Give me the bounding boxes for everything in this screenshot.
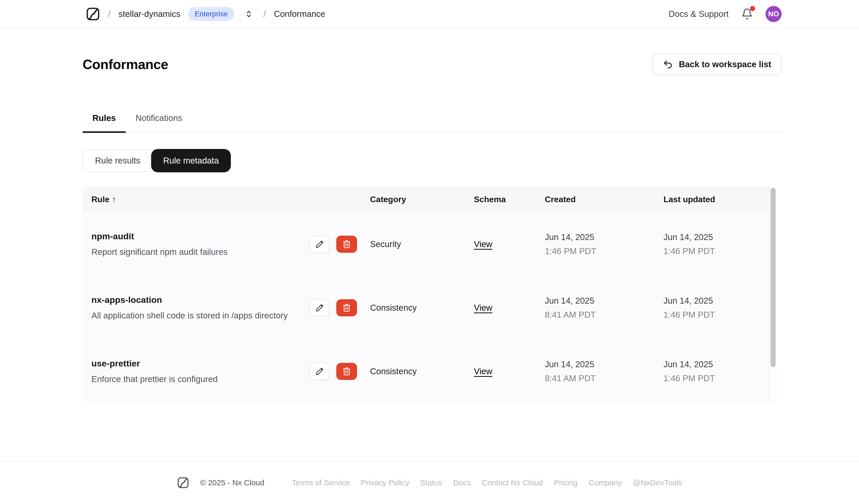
schema-view-link[interactable]: View — [474, 303, 492, 312]
copyright: © 2025 - Nx Cloud — [200, 478, 265, 487]
edit-rule-button[interactable] — [310, 363, 330, 380]
chevron-up-down-icon — [244, 9, 254, 19]
rule-name: npm-audit — [91, 231, 299, 241]
updated-date: Jun 14, 2025 — [663, 232, 760, 242]
updated-date: Jun 14, 2025 — [663, 360, 760, 369]
nx-cloud-logo-icon[interactable] — [86, 7, 100, 21]
created-time: 1:46 PM PDT — [545, 246, 663, 256]
edit-rule-button[interactable] — [310, 299, 330, 316]
footer-link-pricing[interactable]: Pricing — [554, 478, 578, 487]
rule-category: Consistency — [370, 366, 474, 376]
column-label: Rule — [91, 195, 109, 204]
enterprise-badge: Enterprise — [188, 7, 235, 21]
breadcrumb-workspace[interactable]: stellar-dynamics — [118, 9, 180, 19]
workspace-switcher-button[interactable] — [244, 9, 254, 19]
nx-cloud-footer-logo-icon — [177, 476, 189, 489]
created-date: Jun 14, 2025 — [545, 296, 663, 306]
back-button-label: Back to workspace list — [679, 59, 771, 69]
created-date: Jun 14, 2025 — [545, 232, 663, 242]
updated-time: 1:46 PM PDT — [663, 310, 760, 320]
rule-view-toggle: Rule results Rule metadata — [82, 149, 231, 172]
footer-link-contact[interactable]: Contact Nx Cloud — [482, 478, 543, 487]
created-time: 8:41 AM PDT — [545, 373, 663, 383]
trash-icon — [342, 303, 351, 312]
pencil-icon — [315, 240, 324, 249]
pencil-icon — [315, 367, 324, 376]
scrollbar-thumb[interactable] — [770, 188, 775, 367]
pencil-icon — [315, 303, 324, 312]
column-header-created[interactable]: Created — [545, 195, 663, 204]
breadcrumb: / stellar-dynamics Enterprise / Conforma… — [86, 7, 326, 21]
column-header-rule[interactable]: Rule↑ — [91, 195, 370, 204]
breadcrumb-separator: / — [263, 9, 266, 19]
delete-rule-button[interactable] — [336, 299, 357, 316]
rule-category: Security — [370, 239, 474, 249]
table-scrollbar[interactable] — [769, 186, 777, 403]
footer-links: Terms of Service Privacy Policy Status D… — [292, 478, 682, 487]
rule-description: All application shell code is stored in … — [91, 311, 299, 321]
table-header-row: Rule↑ Category Schema Created Last updat… — [82, 186, 777, 212]
schema-view-link[interactable]: View — [474, 239, 492, 249]
column-header-last-updated[interactable]: Last updated — [663, 195, 760, 204]
edit-rule-button[interactable] — [310, 236, 330, 253]
nav-right: Docs & Support NO — [669, 6, 782, 22]
notifications-button[interactable] — [741, 7, 753, 20]
undo-arrow-icon — [663, 59, 673, 70]
created-time: 8:41 AM PDT — [545, 310, 663, 320]
footer-link-company[interactable]: Company — [588, 478, 622, 487]
main-content: Conformance Back to workspace list Rules… — [82, 54, 782, 403]
docs-support-link[interactable]: Docs & Support — [669, 9, 729, 19]
column-header-category[interactable]: Category — [370, 195, 474, 204]
footer-link-privacy[interactable]: Privacy Policy — [361, 478, 409, 487]
back-to-workspace-list-button[interactable]: Back to workspace list — [652, 54, 782, 75]
table-row: nx-apps-location All application shell c… — [82, 276, 777, 339]
trash-icon — [342, 367, 351, 376]
top-nav: / stellar-dynamics Enterprise / Conforma… — [0, 0, 859, 29]
avatar[interactable]: NO — [766, 6, 782, 22]
schema-view-link[interactable]: View — [474, 366, 492, 376]
footer-link-nxdevtools[interactable]: @NxDevTools — [633, 478, 682, 487]
created-date: Jun 14, 2025 — [545, 360, 663, 369]
notification-dot — [750, 6, 755, 11]
rule-description: Report significant npm audit failures — [91, 247, 299, 257]
footer-link-docs[interactable]: Docs — [453, 478, 471, 487]
page-title: Conformance — [82, 55, 168, 74]
breadcrumb-page: Conformance — [274, 9, 326, 19]
delete-rule-button[interactable] — [336, 236, 357, 253]
updated-time: 1:46 PM PDT — [663, 246, 760, 256]
rule-name: nx-apps-location — [91, 295, 299, 305]
sort-ascending-icon: ↑ — [112, 195, 116, 204]
column-header-schema[interactable]: Schema — [474, 195, 545, 204]
rule-description: Enforce that prettier is configured — [91, 374, 299, 384]
rule-metadata-table: Rule↑ Category Schema Created Last updat… — [82, 186, 777, 403]
toggle-rule-results[interactable]: Rule results — [82, 150, 156, 172]
tab-bar: Rules Notifications — [82, 111, 782, 133]
tab-rules[interactable]: Rules — [82, 111, 126, 133]
rule-category: Consistency — [370, 303, 474, 313]
breadcrumb-separator: / — [108, 9, 111, 19]
delete-rule-button[interactable] — [336, 363, 357, 380]
rule-name: use-prettier — [91, 358, 299, 368]
updated-time: 1:46 PM PDT — [663, 373, 760, 383]
table-row: use-prettier Enforce that prettier is co… — [82, 339, 777, 403]
footer-link-status[interactable]: Status — [420, 478, 442, 487]
toggle-rule-metadata[interactable]: Rule metadata — [151, 149, 231, 172]
footer: © 2025 - Nx Cloud Terms of Service Priva… — [0, 461, 859, 504]
table-row: npm-audit Report significant npm audit f… — [82, 212, 777, 276]
trash-icon — [342, 240, 351, 249]
footer-link-terms[interactable]: Terms of Service — [292, 478, 350, 487]
tab-notifications[interactable]: Notifications — [126, 111, 192, 132]
updated-date: Jun 14, 2025 — [663, 296, 760, 306]
